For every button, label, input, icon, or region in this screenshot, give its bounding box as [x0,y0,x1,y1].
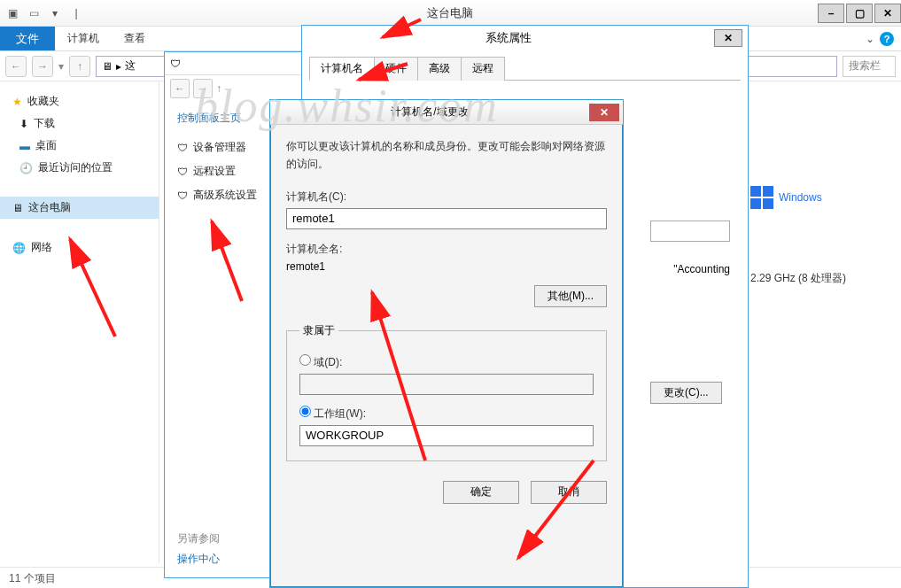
pc-icon: 🖥 [102,60,113,73]
example-text: "Accounting [650,263,730,275]
search-input[interactable]: 搜索栏 [843,56,896,77]
ok-button[interactable]: 确定 [443,481,519,504]
dialog-description: 你可以更改该计算机的名称和成员身份。更改可能会影响对网络资源的访问。 [286,137,607,174]
address-text: 这 [125,58,136,74]
close-button[interactable]: ✕ [589,104,619,121]
ribbon-computer-tab[interactable]: 计算机 [55,27,112,50]
back-button[interactable]: ← [170,79,190,98]
change-button[interactable]: 更改(C)... [650,382,722,404]
system-info-panel: Windows 2.29 GHz (8 处理器) [750,133,901,286]
close-button[interactable]: ✕ [874,4,901,23]
up-button[interactable]: ↑ [69,56,90,77]
computer-name-label: 计算机名(C): [286,190,607,205]
workgroup-radio[interactable] [299,406,311,417]
sysprops-tabs: 计算机名 硬件 高级 远程 [309,56,741,81]
dialog-title: 系统属性 [302,30,714,46]
shield-icon: 🛡 [177,190,188,202]
star-icon: ★ [12,96,22,108]
qat-item[interactable]: ▭ [27,6,41,20]
desktop-icon: ▬ [19,140,30,152]
other-button[interactable]: 其他(M)... [534,285,607,307]
chevron-down-icon[interactable]: ▾ [58,60,64,73]
windows-logo: Windows [750,186,901,209]
domain-input [299,374,594,395]
domain-radio[interactable] [299,354,311,366]
cancel-button[interactable]: 取消 [531,481,607,504]
member-of-group: 隶属于 域(D): 工作组(W): [286,323,607,461]
see-also-label: 另请参阅 [177,531,220,546]
nav-network[interactable]: 🌐网络 [0,236,159,259]
nav-recent[interactable]: 🕘最近访问的位置 [0,157,159,179]
member-of-legend: 隶属于 [299,323,338,338]
forward-button[interactable]: → [32,56,53,77]
cp-titlebar: 🛡 [165,52,305,75]
shield-icon: 🛡 [170,58,181,70]
forward-button[interactable]: → [193,79,213,98]
chevron-down-icon[interactable]: ⌄ [866,33,874,45]
computer-name-input[interactable] [286,208,607,229]
help-icon[interactable]: ? [880,32,894,46]
workgroup-radio-label[interactable]: 工作组(W): [299,406,594,422]
shield-icon: 🛡 [177,166,188,178]
tab-hardware[interactable]: 硬件 [374,57,418,81]
tab-computer-name[interactable]: 计算机名 [309,57,375,81]
nav-desktop[interactable]: ▬桌面 [0,135,159,157]
shield-icon: 🛡 [177,142,188,154]
back-button[interactable]: ← [5,56,27,77]
full-name-value: remote1 [286,260,607,273]
recent-icon: 🕘 [19,162,33,174]
tab-advanced[interactable]: 高级 [417,57,462,81]
dialog-title: 计算机名/域更改 [270,104,589,120]
qat-item[interactable]: ▾ [48,6,62,20]
ribbon-file-tab[interactable]: 文件 [0,27,55,50]
ribbon-view-tab[interactable]: 查看 [112,27,158,50]
cpu-info: 2.29 GHz (8 处理器) [750,271,901,286]
pc-icon: 🖥 [12,202,23,214]
favorites-group[interactable]: ★收藏夹 [0,90,159,112]
window-title: 这台电脑 [83,5,816,21]
computer-name-change-dialog: 计算机名/域更改 ✕ 你可以更改该计算机的名称和成员身份。更改可能会影响对网络资… [269,99,624,588]
tab-remote[interactable]: 远程 [461,57,505,81]
close-button[interactable]: ✕ [714,29,742,47]
explorer-titlebar: ▣ ▭ ▾ | 这台电脑 – ▢ ✕ [0,0,901,27]
cp-address-row: ← → ↑ [165,75,305,102]
downloads-icon: ⬇ [19,118,28,130]
action-center-link[interactable]: 操作中心 [177,552,220,567]
description-input[interactable] [650,220,730,242]
nav-this-pc[interactable]: 🖥这台电脑 [0,197,159,219]
workgroup-input[interactable] [299,425,594,446]
nav-pane: ★收藏夹 ⬇下载 ▬桌面 🕘最近访问的位置 🖥这台电脑 🌐网络 [0,81,159,563]
app-icon: ▣ [5,6,19,20]
minimize-button[interactable]: – [818,4,844,23]
maximize-button[interactable]: ▢ [846,4,873,23]
item-count: 11 个项目 [9,572,56,584]
nav-downloads[interactable]: ⬇下载 [0,112,159,135]
network-icon: 🌐 [12,242,26,254]
full-name-label: 计算机全名: [286,242,607,257]
domain-radio-label[interactable]: 域(D): [299,354,594,370]
up-button[interactable]: ↑ [216,82,221,95]
qat-sep: | [69,6,83,20]
